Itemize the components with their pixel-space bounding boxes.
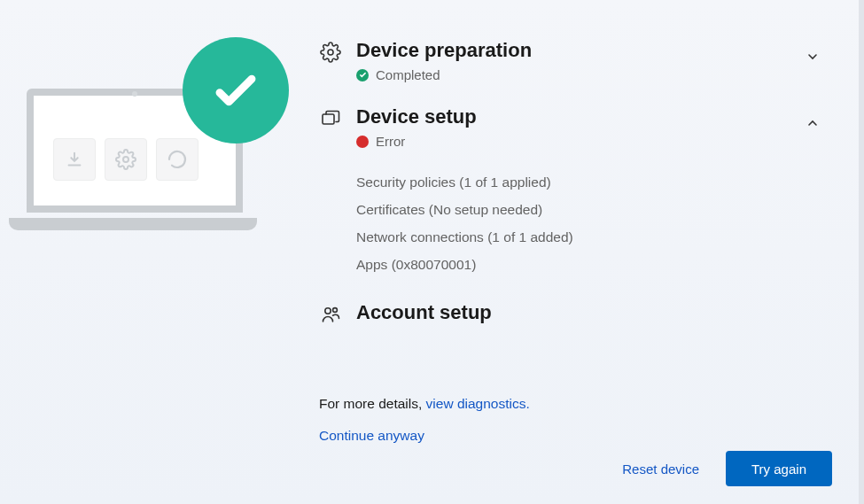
status-panel: Device preparation Completed (319, 0, 864, 504)
section-details: Security policies (1 of 1 applied) Certi… (356, 168, 832, 278)
people-icon (319, 303, 342, 326)
svg-point-4 (333, 308, 338, 313)
svg-rect-2 (323, 114, 334, 124)
section-title: Account setup (356, 301, 832, 324)
success-badge-icon (183, 37, 289, 143)
continue-anyway-link[interactable]: Continue anyway (319, 428, 832, 444)
status-error-icon (356, 136, 369, 148)
illustration-panel (0, 0, 319, 504)
svg-point-0 (123, 157, 128, 162)
section-device-preparation[interactable]: Device preparation Completed (319, 39, 832, 82)
laptop-illustration (9, 89, 257, 239)
chevron-up-icon (802, 112, 823, 134)
section-title: Device setup (356, 105, 788, 128)
try-again-button[interactable]: Try again (726, 451, 832, 486)
reset-device-button[interactable]: Reset device (606, 451, 715, 486)
status-label: Completed (376, 67, 440, 82)
refresh-icon (156, 138, 198, 181)
section-account-setup[interactable]: Account setup (319, 301, 832, 330)
more-details-text: For more details, view diagnostics. (319, 396, 832, 412)
gear-icon (105, 138, 147, 181)
footer: For more details, view diagnostics. Cont… (319, 396, 832, 486)
download-icon (53, 138, 96, 181)
status-label: Error (376, 134, 405, 149)
detail-line: Certificates (No setup needed) (356, 196, 832, 223)
section-device-setup[interactable]: Device setup Error (319, 105, 832, 149)
gear-icon (319, 41, 342, 64)
chevron-down-icon (802, 46, 823, 67)
detail-line: Network connections (1 of 1 added) (356, 223, 832, 251)
devices-icon (319, 107, 342, 130)
svg-point-1 (328, 50, 333, 55)
status-ok-icon (356, 69, 369, 81)
view-diagnostics-link[interactable]: view diagnostics. (426, 396, 530, 411)
svg-point-3 (325, 308, 331, 314)
detail-line: Apps (0x80070001) (356, 251, 832, 278)
section-title: Device preparation (356, 39, 788, 62)
detail-line: Security policies (1 of 1 applied) (356, 168, 832, 196)
scrollbar[interactable] (859, 0, 864, 504)
